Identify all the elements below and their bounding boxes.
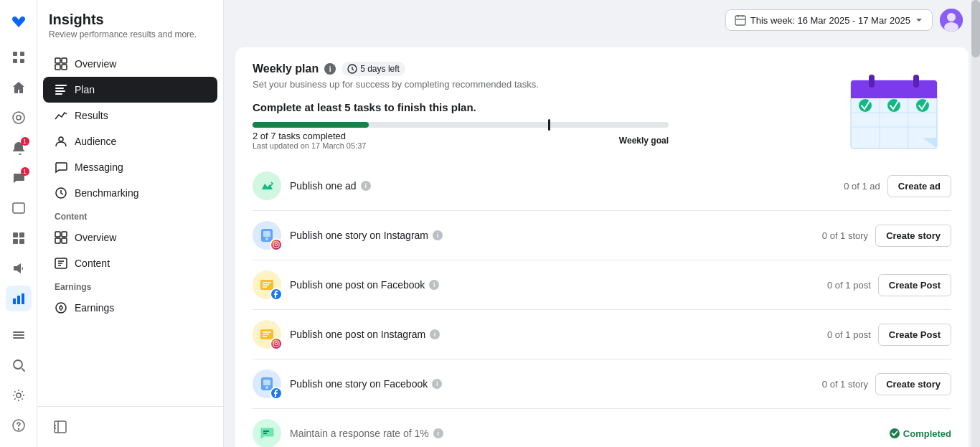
date-range-label: This week: 16 Mar 2025 - 17 Mar 2025 (750, 15, 910, 26)
task-count-story-fb: 0 of 1 story (822, 379, 868, 390)
svg-point-39 (56, 303, 66, 313)
apps-rail-icon[interactable] (6, 44, 32, 70)
chart-rail-icon[interactable] (6, 286, 32, 311)
svg-rect-22 (62, 58, 67, 63)
svg-rect-51 (851, 91, 937, 98)
task-right-response-rate: Completed (889, 428, 951, 439)
home-rail-icon[interactable] (6, 75, 32, 100)
svg-point-5 (17, 116, 21, 120)
sidebar-item-audience[interactable]: Audience (43, 128, 217, 154)
sidebar-item-earnings-label: Earnings (75, 302, 114, 314)
svg-point-17 (14, 360, 22, 369)
chat-rail-icon[interactable]: 1 (6, 165, 32, 191)
sidebar-header: Insights Review performance results and … (37, 0, 223, 45)
megaphone-rail-icon[interactable] (6, 255, 32, 281)
create-post-instagram-button[interactable]: Create Post (878, 324, 951, 346)
sidebar-item-messaging[interactable]: Messaging (43, 154, 217, 180)
svg-point-84 (890, 428, 900, 438)
sidebar-item-plan[interactable]: Plan (43, 77, 217, 103)
create-story-facebook-button[interactable]: Create story (875, 373, 951, 395)
sidebar-item-benchmarking[interactable]: Benchmarking (43, 180, 217, 206)
progress-bar-fill (253, 122, 369, 128)
svg-rect-25 (55, 85, 67, 86)
svg-rect-27 (55, 90, 65, 92)
topbar: This week: 16 Mar 2025 - 17 Mar 2025 (708, 0, 980, 40)
plan-info-icon[interactable]: i (324, 63, 336, 75)
task-icon-story-instagram (253, 221, 281, 250)
app-subtitle: Review performance results and more. (49, 29, 212, 39)
svg-point-18 (17, 393, 21, 397)
task-text-post-facebook: Publish one post on Facebook i (290, 279, 819, 291)
sidebar-item-content[interactable]: Content (43, 250, 217, 276)
svg-rect-21 (55, 58, 60, 63)
svg-rect-12 (17, 296, 20, 304)
app-title: Insights (49, 11, 212, 28)
meta-logo[interactable] (6, 9, 32, 34)
sidebar-item-earnings[interactable]: Earnings (43, 295, 217, 321)
sidebar-item-results[interactable]: Results (43, 103, 217, 128)
task-row: Publish one story on Instagram i 0 of 1 … (253, 211, 951, 260)
task-info-icon-ad[interactable]: i (361, 181, 371, 191)
user-avatar[interactable] (940, 9, 963, 32)
svg-point-77 (275, 342, 278, 345)
svg-rect-10 (19, 239, 24, 244)
svg-point-78 (278, 342, 278, 342)
svg-rect-40 (55, 421, 66, 433)
svg-rect-53 (913, 75, 919, 88)
task-info-icon-response[interactable]: i (433, 428, 443, 438)
pages-rail-icon[interactable] (6, 195, 32, 221)
collapse-sidebar-button[interactable] (49, 415, 72, 438)
menu-rail-icon[interactable] (6, 322, 32, 348)
sidebar-item-content-label: Content (75, 258, 110, 269)
create-ad-button[interactable]: Create ad (887, 175, 951, 197)
svg-rect-14 (13, 331, 24, 333)
bell-rail-icon[interactable]: 1 (6, 135, 32, 161)
progress-marker (548, 119, 550, 131)
create-post-facebook-button[interactable]: Create Post (878, 274, 951, 296)
activity-rail-icon[interactable] (6, 105, 32, 131)
task-row: Publish one post on Facebook i 0 of 1 po… (253, 260, 951, 310)
task-right-story-instagram: 0 of 1 story Create story (822, 225, 951, 247)
task-info-icon-post-ig[interactable]: i (430, 329, 440, 339)
svg-rect-23 (55, 65, 60, 70)
svg-rect-9 (13, 239, 18, 244)
sidebar-item-results-label: Results (75, 110, 108, 121)
svg-point-47 (947, 13, 956, 22)
task-row: Publish one post on Instagram i 0 of 1 p… (253, 310, 951, 359)
task-text-response-rate: Maintain a response rate of 1% i (290, 428, 880, 439)
svg-point-66 (275, 243, 278, 246)
svg-rect-1 (20, 52, 24, 56)
task-right-story-facebook: 0 of 1 story Create story (822, 373, 951, 395)
sidebar-item-overview[interactable]: Overview (43, 51, 217, 77)
weekly-goal-label: Weekly goal (619, 136, 669, 146)
svg-rect-26 (55, 88, 64, 89)
svg-rect-28 (55, 93, 62, 95)
facebook-badge (270, 288, 283, 301)
task-icon-response-rate (253, 419, 281, 447)
scrollbar[interactable] (971, 0, 980, 447)
svg-rect-16 (13, 337, 24, 339)
scrollbar-thumb[interactable] (971, 0, 980, 57)
grid-rail-icon[interactable] (6, 225, 32, 251)
svg-rect-13 (22, 293, 24, 304)
svg-rect-0 (13, 52, 17, 56)
progress-updated: Last updated on 17 March 05:37 (253, 141, 366, 150)
content-section-label: Content (37, 206, 223, 225)
task-info-icon-story-ig[interactable]: i (433, 230, 443, 240)
help-rail-icon[interactable] (6, 413, 32, 438)
search-rail-icon[interactable] (6, 352, 32, 378)
task-info-icon-story-fb[interactable]: i (432, 379, 442, 389)
task-count-post-fb: 0 of 1 post (827, 280, 871, 291)
svg-rect-3 (20, 59, 24, 63)
sidebar-nav: Overview Plan Results Audience Messaging (37, 45, 223, 406)
svg-rect-2 (13, 59, 17, 63)
sidebar-item-content-overview[interactable]: Overview (43, 225, 217, 250)
task-text-publish-ad: Publish one ad i (290, 180, 835, 192)
gear-rail-icon[interactable] (6, 382, 32, 408)
task-list: Publish one ad i 0 of 1 ad Create ad (253, 161, 951, 447)
create-story-instagram-button[interactable]: Create story (875, 225, 951, 247)
svg-rect-80 (263, 380, 270, 385)
progress-container: 2 of 7 tasks completed Last updated on 1… (253, 122, 669, 150)
date-picker-button[interactable]: This week: 16 Mar 2025 - 17 Mar 2025 (725, 9, 933, 31)
task-info-icon-post-fb[interactable]: i (429, 280, 439, 290)
